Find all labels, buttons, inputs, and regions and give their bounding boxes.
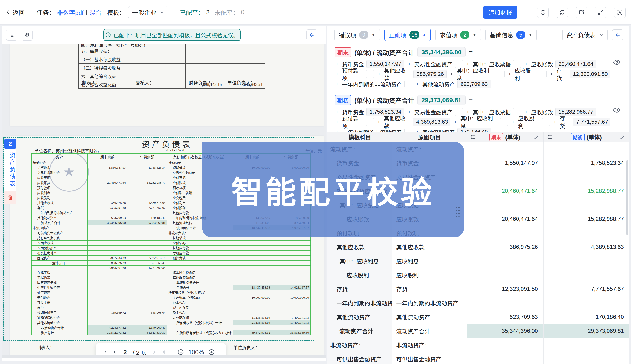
add-report-button[interactable]: 追加财报	[483, 6, 517, 18]
period-begin-value-cell[interactable]: 7,771,557.67	[544, 282, 629, 296]
period-begin-value-cell[interactable]	[544, 268, 629, 282]
period-end-value-cell[interactable]: 20,460,471.64	[467, 184, 544, 198]
term-value[interactable]: 12,323,091.50	[570, 70, 610, 78]
pan-tool-button[interactable]	[22, 30, 33, 40]
table-rule-settings-button[interactable]	[612, 30, 623, 40]
period-end-value-cell[interactable]: 623,709.63	[467, 310, 544, 324]
filter-button[interactable]: 求值项2▼	[435, 29, 481, 41]
formula-total-value[interactable]: 29,373,069.81	[417, 95, 466, 105]
last-page-button[interactable]	[161, 349, 166, 355]
formula-total-value[interactable]: 35,344,396.00	[417, 47, 466, 57]
term-value[interactable]	[542, 118, 550, 126]
period-begin-value-cell[interactable]: 15,282,988.77	[544, 212, 629, 226]
period-end-value-cell[interactable]	[467, 198, 544, 212]
period-begin-value-cell[interactable]	[544, 198, 629, 212]
period-begin-value-cell[interactable]	[544, 254, 629, 268]
vertical-scrollbar[interactable]	[626, 160, 628, 235]
period-end-value-cell[interactable]: 386,975.26	[467, 240, 544, 254]
template-subject-cell: 一年内到期的非流动资产	[327, 296, 392, 310]
filter-button[interactable]: 基础信息5▼	[485, 29, 537, 41]
period-end-value-cell[interactable]: 1,550,147.97	[467, 156, 544, 170]
delete-page-button[interactable]	[4, 191, 16, 204]
term-value[interactable]	[497, 70, 505, 78]
term-value[interactable]: 7,771,557.67	[573, 118, 610, 126]
period-end-value-cell[interactable]	[467, 254, 544, 268]
history-button[interactable]	[537, 7, 549, 18]
period-begin-value-cell[interactable]: 15,282,988.77	[544, 184, 629, 198]
term-value[interactable]	[500, 118, 508, 126]
period-end-value-cell[interactable]: 35,344,396.00	[467, 324, 544, 338]
prev-page-button[interactable]	[112, 349, 118, 355]
edit-icon[interactable]	[620, 134, 625, 140]
filter-button[interactable]: 正确项16▲	[384, 29, 431, 41]
period-begin-value-cell[interactable]	[544, 296, 629, 310]
term-value[interactable]: 386,975.26	[413, 70, 447, 78]
horizontal-scrollbar[interactable]	[2, 355, 326, 358]
page-tab-label[interactable]: 资产负债表	[4, 149, 16, 191]
term-value[interactable]	[539, 70, 547, 78]
source-item-cell: 其他应收款	[392, 240, 467, 254]
zoom-level: 100%	[188, 349, 204, 356]
period-begin-value-cell[interactable]: 1,758,523.34	[544, 156, 629, 170]
scan-cell	[233, 250, 272, 255]
term-value[interactable]	[404, 80, 412, 88]
scan-cell	[233, 275, 272, 280]
period-end-value-cell[interactable]	[467, 170, 544, 184]
period-begin-value-cell[interactable]	[544, 338, 629, 352]
scan-cell	[87, 210, 127, 215]
refresh-button[interactable]	[556, 7, 568, 18]
scan-cell	[233, 245, 272, 250]
task-type[interactable]: 非数字pdf	[57, 8, 84, 17]
thumbnail-panel-toggle[interactable]	[6, 30, 17, 40]
period-end-value-cell[interactable]	[467, 142, 544, 156]
period-begin-value-cell[interactable]: 29,373,069.81	[544, 324, 629, 338]
template-select[interactable]: 一般企业	[128, 6, 168, 18]
scan-row: 资产总计39,572,973.3231,513,339.30负债和所有者权益（或…	[32, 330, 310, 335]
current-page[interactable]: 2	[122, 349, 128, 356]
visibility-toggle[interactable]	[612, 106, 621, 114]
sheet-select[interactable]: 资产负债表	[562, 29, 607, 41]
back-button[interactable]: 返回	[6, 8, 25, 17]
period-end-value-cell[interactable]	[467, 226, 544, 240]
period-begin-value-cell[interactable]: 170,186.40	[544, 310, 629, 324]
period-end-value-cell[interactable]: 20,460,471.64	[467, 212, 544, 226]
period-begin-value-cell[interactable]	[544, 352, 629, 364]
period-begin-value-cell[interactable]	[544, 226, 629, 240]
export-button[interactable]	[576, 7, 587, 18]
fit-text-button[interactable]	[614, 7, 625, 18]
plus-sign: +	[377, 71, 380, 77]
term-value[interactable]	[366, 70, 374, 78]
fullscreen-button[interactable]	[595, 7, 606, 18]
scan-cell: 29,373,069.81	[127, 220, 167, 225]
filter-button[interactable]: 错误项0▼	[334, 29, 380, 41]
period-end-value-cell[interactable]	[467, 338, 544, 352]
export-icon	[578, 9, 584, 16]
term-label: 交易性金融资产	[414, 60, 452, 68]
first-page-button[interactable]	[103, 349, 108, 355]
doc-rule-settings-button[interactable]	[306, 30, 317, 40]
signature-label: 单位负责人：	[233, 344, 260, 350]
task-mode[interactable]: 混合	[89, 8, 101, 17]
document-viewport[interactable]: 四、净利润（净亏损以“-”号填列）五、每股收益：（一）基本每股收益（二）稀释每股…	[2, 44, 326, 358]
term-value[interactable]: 4,389,813.63	[413, 118, 451, 126]
term-value[interactable]: 623,709.63	[457, 80, 491, 88]
zoom-in-button[interactable]	[208, 349, 215, 356]
scan-row: 应收账款20,460,471.6415,282,988.77应付账款	[32, 180, 310, 185]
list-icon[interactable]	[547, 134, 553, 140]
term-value[interactable]	[366, 118, 374, 126]
scan-cell: 交易性金融资产	[32, 170, 87, 175]
period-end-value-cell[interactable]	[467, 296, 544, 310]
period-begin-value-cell[interactable]: 4,389,813.63	[544, 240, 629, 254]
scan-header-row: 资 产期末余额年初余额负债和所有者权益（或股东权益）期末余额年初余额	[32, 154, 310, 160]
zoom-out-button[interactable]	[177, 349, 184, 356]
period-end-value-cell[interactable]	[467, 268, 544, 282]
period-end-value-cell[interactable]	[467, 352, 544, 364]
period-begin-value-cell[interactable]	[544, 170, 629, 184]
visibility-toggle[interactable]	[612, 58, 621, 66]
period-end-value-cell[interactable]: 12,323,091.50	[467, 282, 544, 296]
list-icon[interactable]	[471, 134, 476, 140]
period-begin-value-cell[interactable]	[544, 142, 629, 156]
next-page-button[interactable]	[151, 349, 157, 355]
edit-icon[interactable]	[534, 134, 539, 140]
page-tab-number[interactable]: 2	[4, 139, 16, 149]
